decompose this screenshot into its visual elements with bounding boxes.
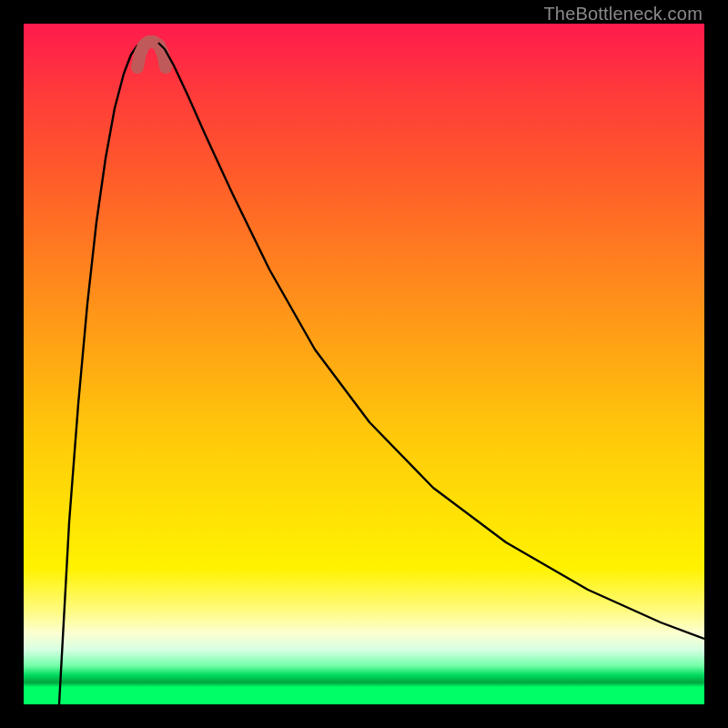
chart-frame: TheBottleneck.com [0,0,728,728]
left-falling-curve [59,43,145,704]
right-rising-curve [158,43,704,639]
watermark-text: TheBottleneck.com [543,4,703,25]
plot-area [24,24,704,704]
curve-layer [24,24,704,704]
